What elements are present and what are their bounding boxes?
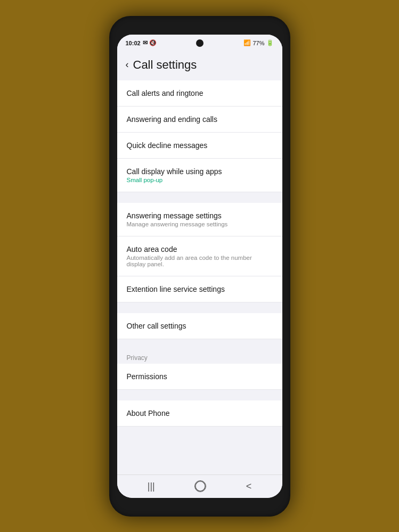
back-button[interactable]: ‹ (126, 59, 129, 70)
menu-item-title: Permissions (127, 372, 273, 381)
signal-icon: 📶 (243, 39, 251, 46)
home-button[interactable] (194, 480, 206, 492)
menu-item-title: Quick decline messages (127, 141, 273, 150)
status-icons: ✉ 🔇 (143, 39, 157, 46)
menu-item-title: Answering and ending calls (127, 115, 273, 124)
phone-screen: 10:02 ✉ 🔇 📶 77% 🔋 ‹ Call settings Call a… (117, 35, 282, 498)
battery-icon: 🔋 (266, 39, 274, 46)
menu-item-extension-line[interactable]: Extention line service settings (117, 276, 282, 302)
privacy-section-label: Privacy (117, 350, 282, 364)
battery-level: 77% (253, 40, 264, 46)
section-gap-3 (117, 339, 282, 350)
menu-item-title: Answering message settings (127, 211, 273, 220)
svg-point-0 (196, 481, 205, 491)
section-gap-2 (117, 302, 282, 313)
section-gap-4 (117, 390, 282, 400)
menu-item-quick-decline[interactable]: Quick decline messages (117, 133, 282, 159)
recent-apps-button[interactable]: ||| (148, 481, 155, 492)
page-title: Call settings (133, 58, 197, 72)
menu-item-title: Extention line service settings (127, 285, 273, 293)
menu-list: Call alerts and ringtone Answering and e… (117, 80, 282, 474)
status-right: 📶 77% 🔋 (243, 39, 273, 46)
page-header: ‹ Call settings (117, 52, 282, 80)
menu-item-subtitle: Automatically add an area code to the nu… (127, 255, 273, 267)
status-time: 10:02 (126, 40, 141, 46)
menu-item-other-call-settings[interactable]: Other call settings (117, 313, 282, 339)
menu-item-subtitle: Small pop-up (127, 177, 273, 183)
menu-item-title: Other call settings (127, 322, 273, 330)
menu-item-permissions[interactable]: Permissions (117, 364, 282, 390)
menu-item-subtitle: Manage answering message settings (127, 221, 273, 227)
menu-item-title: Call alerts and ringtone (127, 89, 273, 97)
phone-outer: 10:02 ✉ 🔇 📶 77% 🔋 ‹ Call settings Call a… (109, 16, 290, 517)
menu-item-title: About Phone (127, 409, 273, 418)
nav-bar: ||| < (117, 474, 282, 498)
menu-item-call-display[interactable]: Call display while using apps Small pop-… (117, 159, 282, 192)
status-left: 10:02 ✉ 🔇 (126, 39, 157, 46)
menu-item-about-phone[interactable]: About Phone (117, 400, 282, 427)
menu-item-title: Auto area code (127, 245, 273, 253)
menu-item-title: Call display while using apps (127, 167, 273, 176)
camera-notch (196, 39, 203, 47)
menu-item-answering-message[interactable]: Answering message settings Manage answer… (117, 203, 282, 236)
menu-item-call-alerts[interactable]: Call alerts and ringtone (117, 80, 282, 107)
menu-item-auto-area-code[interactable]: Auto area code Automatically add an area… (117, 236, 282, 276)
status-bar: 10:02 ✉ 🔇 📶 77% 🔋 (117, 35, 282, 52)
back-nav-button[interactable]: < (246, 481, 252, 492)
section-gap-1 (117, 192, 282, 203)
menu-item-answering-ending[interactable]: Answering and ending calls (117, 107, 282, 133)
